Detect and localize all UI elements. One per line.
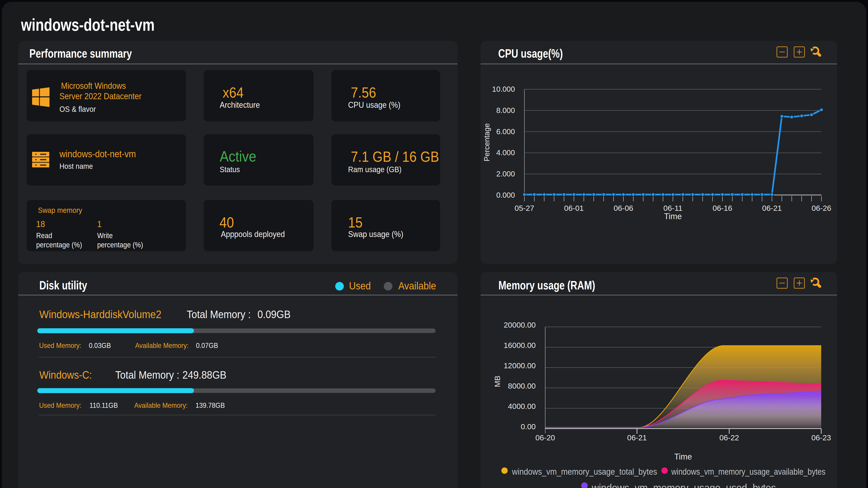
- svg-text:4.000: 4.000: [496, 149, 515, 157]
- svg-text:8000.00: 8000.00: [508, 382, 536, 390]
- svg-text:06-21: 06-21: [762, 204, 782, 213]
- svg-text:10.000: 10.000: [492, 85, 515, 93]
- svg-text:16000.00: 16000.00: [504, 341, 536, 350]
- svg-text:06-23: 06-23: [811, 433, 831, 442]
- svg-text:06-26: 06-26: [812, 204, 831, 213]
- svg-text:06-01: 06-01: [564, 204, 584, 213]
- svg-text:0.00: 0.00: [521, 422, 536, 431]
- svg-text:06-22: 06-22: [719, 433, 739, 442]
- svg-text:05-27: 05-27: [515, 204, 534, 213]
- svg-text:6.000: 6.000: [496, 127, 515, 136]
- svg-text:4000.00: 4000.00: [508, 402, 536, 411]
- svg-text:Percentage: Percentage: [483, 123, 491, 162]
- svg-text:8.000: 8.000: [496, 106, 515, 115]
- svg-text:MB: MB: [493, 376, 502, 387]
- svg-text:20000.00: 20000.00: [504, 321, 536, 329]
- svg-text:2.000: 2.000: [496, 170, 515, 178]
- svg-text:Time: Time: [674, 452, 692, 461]
- svg-text:Time: Time: [664, 212, 682, 221]
- svg-text:12000.00: 12000.00: [504, 361, 536, 370]
- svg-text:06-21: 06-21: [627, 433, 647, 442]
- svg-text:06-20: 06-20: [535, 433, 555, 442]
- svg-text:06-16: 06-16: [713, 204, 733, 213]
- svg-text:0.000: 0.000: [496, 191, 515, 199]
- svg-text:06-11: 06-11: [663, 204, 682, 213]
- svg-text:06-06: 06-06: [614, 204, 633, 213]
